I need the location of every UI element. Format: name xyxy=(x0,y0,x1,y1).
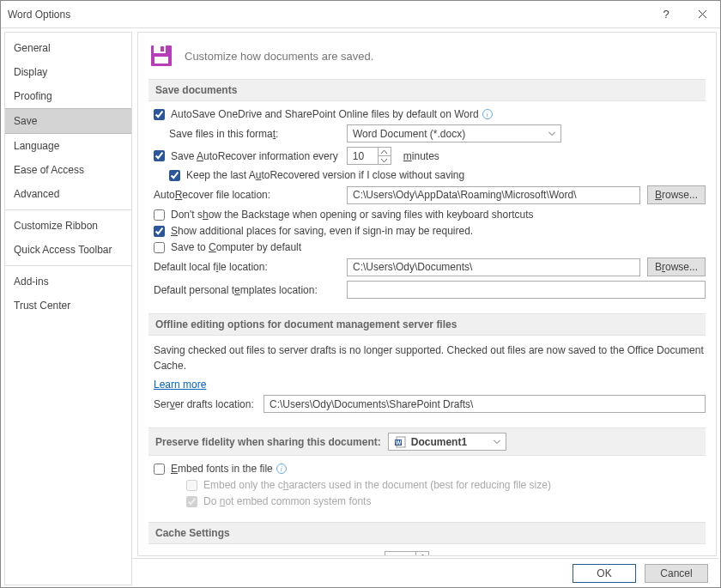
window-title: Word Options xyxy=(8,9,648,21)
fidelity-title: Preserve fidelity when sharing this docu… xyxy=(155,436,381,448)
info-icon[interactable]: i xyxy=(276,464,287,474)
autosave-label[interactable]: AutoSave OneDrive and SharePoint Online … xyxy=(171,108,479,120)
row-default-templates: Default personal templates location: xyxy=(154,281,706,299)
embed-fonts-checkbox[interactable] xyxy=(154,464,165,475)
default-local-label: Default local file location: xyxy=(154,261,347,273)
server-drafts-label: Server drafts location: xyxy=(154,398,264,410)
section-cache-head: Cache Settings xyxy=(148,522,706,544)
minutes-label: minutes xyxy=(403,150,439,162)
default-local-input[interactable] xyxy=(347,258,640,276)
row-autorecover-interval: Save AutoRecover information every 10 mi… xyxy=(154,147,706,165)
save-format-label: Save files in this format: xyxy=(154,128,347,140)
sidebar-item-ease-of-access[interactable]: Ease of Access xyxy=(5,158,131,182)
info-icon[interactable]: i xyxy=(482,109,493,119)
row-save-format: Save files in this format: Word Document… xyxy=(154,124,706,142)
save-format-value: Word Document (*.docx) xyxy=(353,128,465,140)
row-embed-only: Embed only the characters used in the do… xyxy=(154,479,706,491)
offline-note: Saving checked out files to server draft… xyxy=(154,342,706,373)
sidebar-item-general[interactable]: General xyxy=(5,36,131,60)
embed-only-checkbox xyxy=(186,480,197,491)
category-sidebar: GeneralDisplayProofingSaveLanguageEase o… xyxy=(4,32,132,585)
save-format-select[interactable]: Word Document (*.docx) xyxy=(347,124,561,142)
cache-days-input[interactable]: 14 xyxy=(385,551,429,556)
save-to-computer-label[interactable]: Save to Computer by default xyxy=(171,241,301,253)
cancel-button[interactable]: Cancel xyxy=(645,564,708,583)
sidebar-item-display[interactable]: Display xyxy=(5,60,131,84)
page-header: Customize how documents are saved. xyxy=(148,43,706,69)
row-save-to-computer: Save to Computer by default xyxy=(154,241,706,253)
browse-default-local-button[interactable]: Browse... xyxy=(647,258,706,276)
content-wrap: Customize how documents are saved. Save … xyxy=(132,30,718,587)
sidebar-item-customize-ribbon[interactable]: Customize Ribbon xyxy=(5,214,131,238)
spin-up[interactable] xyxy=(379,148,391,155)
section-save-documents-head: Save documents xyxy=(148,79,706,101)
embed-fonts-label[interactable]: Embed fonts in the file xyxy=(171,463,273,475)
dialog-body: GeneralDisplayProofingSaveLanguageEase o… xyxy=(1,28,720,587)
do-not-embed-label: Do not embed common system fonts xyxy=(203,495,371,507)
row-keep-last: Keep the last AutoRecovered version if I… xyxy=(154,169,706,181)
show-additional-label[interactable]: Show additional places for saving, even … xyxy=(171,225,473,237)
section-save-documents: AutoSave OneDrive and SharePoint Online … xyxy=(148,108,706,306)
word-options-dialog: Word Options ? GeneralDisplayProofingSav… xyxy=(0,0,721,588)
default-templates-input[interactable] xyxy=(347,281,706,299)
svg-text:?: ? xyxy=(663,9,669,20)
browse-autorecover-button[interactable]: Browse... xyxy=(647,185,706,204)
autorecover-label[interactable]: Save AutoRecover information every xyxy=(171,150,338,162)
autorecover-checkbox[interactable] xyxy=(154,150,165,161)
autorecover-minutes-input[interactable]: 10 xyxy=(347,147,391,165)
word-doc-icon: W xyxy=(394,435,408,449)
row-do-not-embed: Do not embed common system fonts xyxy=(154,495,706,507)
dont-show-backstage-label[interactable]: Don't show the Backstage when opening or… xyxy=(171,209,534,221)
do-not-embed-checkbox xyxy=(186,496,197,507)
fidelity-doc-value: Document1 xyxy=(411,436,467,448)
chevron-down-icon xyxy=(548,131,555,136)
content-pane: Customize how documents are saved. Save … xyxy=(137,32,717,556)
section-fidelity-head: Preserve fidelity when sharing this docu… xyxy=(148,427,706,456)
section-cache: Days to keep files in the Office Documen… xyxy=(148,551,706,556)
keep-last-label[interactable]: Keep the last AutoRecovered version if I… xyxy=(186,169,464,181)
show-additional-checkbox[interactable] xyxy=(154,226,165,237)
svg-rect-5 xyxy=(161,46,164,52)
sidebar-item-trust-center[interactable]: Trust Center xyxy=(5,294,131,318)
cache-days-label: Days to keep files in the Office Documen… xyxy=(154,555,378,557)
sidebar-item-add-ins[interactable]: Add-ins xyxy=(5,270,131,294)
keep-last-checkbox[interactable] xyxy=(169,170,180,181)
row-show-additional: Show additional places for saving, even … xyxy=(154,225,706,237)
sidebar-item-advanced[interactable]: Advanced xyxy=(5,182,131,206)
spin-up[interactable] xyxy=(416,552,428,556)
autorecover-loc-label: AutoRecover file location: xyxy=(154,189,347,201)
section-fidelity: Embed fonts in the file i Embed only the… xyxy=(148,463,706,515)
autosave-checkbox[interactable] xyxy=(154,109,165,120)
row-default-local: Default local file location: Browse... xyxy=(154,258,706,276)
titlebar: Word Options ? xyxy=(1,1,720,28)
svg-text:W: W xyxy=(395,439,401,446)
autorecover-loc-input[interactable] xyxy=(347,186,640,204)
sidebar-item-quick-access-toolbar[interactable]: Quick Access Toolbar xyxy=(5,238,131,262)
section-offline: Saving checked out files to server draft… xyxy=(148,342,706,421)
ok-button[interactable]: OK xyxy=(573,564,636,583)
row-autosave: AutoSave OneDrive and SharePoint Online … xyxy=(154,108,706,120)
sidebar-item-proofing[interactable]: Proofing xyxy=(5,84,131,108)
chevron-down-icon xyxy=(494,439,500,444)
save-to-computer-checkbox[interactable] xyxy=(154,242,165,253)
close-button[interactable] xyxy=(684,1,720,28)
spin-down[interactable] xyxy=(379,155,391,164)
sidebar-item-language[interactable]: Language xyxy=(5,134,131,158)
embed-only-label: Embed only the characters used in the do… xyxy=(203,479,551,491)
row-cache-days: Days to keep files in the Office Documen… xyxy=(154,551,706,556)
default-templates-label: Default personal templates location: xyxy=(154,284,347,296)
section-offline-head: Offline editing options for document man… xyxy=(148,313,706,336)
row-autorecover-location: AutoRecover file location: Browse... xyxy=(154,185,706,204)
row-server-drafts: Server drafts location: xyxy=(154,395,706,413)
save-icon xyxy=(148,43,174,69)
svg-rect-6 xyxy=(154,57,168,64)
page-header-text: Customize how documents are saved. xyxy=(185,50,373,63)
dont-show-backstage-checkbox[interactable] xyxy=(154,209,165,221)
server-drafts-input[interactable] xyxy=(264,395,706,413)
sidebar-item-save[interactable]: Save xyxy=(5,108,131,134)
dialog-footer: OK Cancel xyxy=(132,558,718,587)
learn-more-link[interactable]: Learn more xyxy=(154,379,206,391)
row-embed-fonts: Embed fonts in the file i xyxy=(154,463,706,475)
fidelity-doc-select[interactable]: W Document1 xyxy=(388,433,506,451)
help-button[interactable]: ? xyxy=(648,1,684,28)
